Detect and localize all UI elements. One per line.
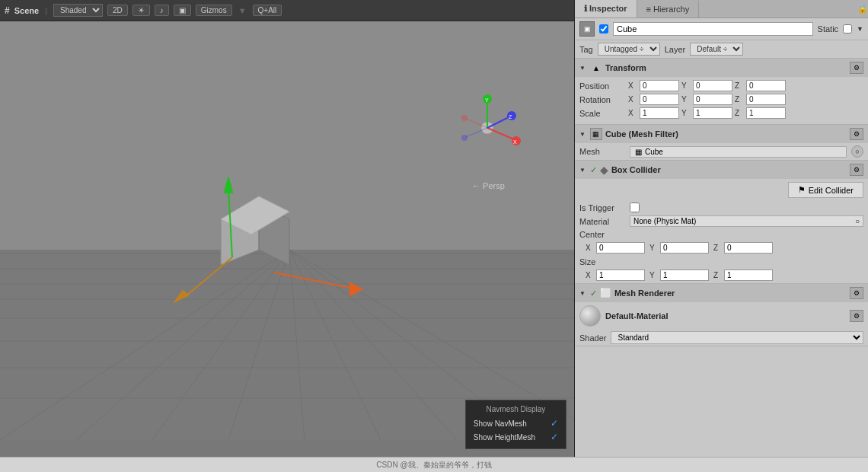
static-checkbox[interactable] bbox=[843, 24, 852, 33]
default-material-row: Default-Material ⚙ bbox=[575, 302, 868, 330]
mesh-filter-header[interactable]: ▼ ▦ Cube (Mesh Filter) ⚙ bbox=[575, 125, 868, 143]
collider-material-row: Material None (Physic Mat) ○ bbox=[575, 214, 868, 228]
sun-icon-btn[interactable]: ☀ bbox=[132, 5, 150, 16]
image-icon-btn[interactable]: ▣ bbox=[174, 5, 191, 16]
rotation-z-input[interactable] bbox=[746, 94, 786, 105]
lock-icon[interactable]: 🔒 bbox=[857, 4, 868, 14]
mesh-filter-icon: ▦ bbox=[590, 128, 602, 140]
sep2: ▼ bbox=[238, 6, 247, 15]
scale-y-input[interactable] bbox=[693, 107, 732, 119]
mesh-renderer-check-icon: ✓ bbox=[590, 289, 597, 298]
transform-icon: ▲ bbox=[590, 62, 602, 74]
is-trigger-label: Is Trigger bbox=[579, 203, 625, 212]
center-x-input[interactable] bbox=[596, 242, 645, 254]
mesh-renderer-section: ▼ ✓ ⬜ Mesh Renderer ⚙ Default-Material ⚙… bbox=[575, 284, 868, 346]
object-active-checkbox[interactable] bbox=[599, 24, 608, 33]
edit-collider-label: Edit Collider bbox=[809, 186, 854, 195]
info-icon: ℹ bbox=[584, 4, 589, 13]
rot-x-label: X bbox=[628, 95, 637, 104]
hierarchy-icon: ≡ bbox=[646, 5, 653, 14]
mesh-select-btn[interactable]: ○ bbox=[851, 145, 863, 158]
box-collider-header[interactable]: ▼ ✓ ◆ Box Collider ⚙ bbox=[575, 161, 868, 179]
inspector-panel: ℹ Inspector ≡ Hierarchy 🔒 ▣ Static ▼ Tag… bbox=[575, 0, 868, 457]
audio-icon-btn[interactable]: ♪ bbox=[155, 5, 169, 16]
center-z-input[interactable] bbox=[724, 242, 773, 254]
position-x-input[interactable]: 0 bbox=[640, 80, 679, 91]
position-z-input[interactable]: 0 bbox=[746, 80, 786, 91]
scale-z-input[interactable] bbox=[746, 107, 786, 119]
center-xyz-row: X Y Z bbox=[575, 241, 868, 256]
edit-collider-icon: ⚑ bbox=[798, 185, 806, 195]
scene-toolbar: # Scene | Shaded 2D ☀ ♪ ▣ Gizmos ▼ Q+All bbox=[0, 0, 574, 21]
svg-point-56 bbox=[461, 115, 468, 121]
object-name-input[interactable] bbox=[613, 22, 813, 36]
search-button[interactable]: Q+All bbox=[253, 5, 282, 16]
scene-viewport[interactable]: Y X Z ← Persp bbox=[0, 21, 574, 457]
scale-axes: X Y Z bbox=[628, 107, 863, 119]
edit-collider-row: ⚑ Edit Collider bbox=[575, 179, 868, 201]
material-sphere-preview bbox=[579, 305, 601, 327]
svg-text:X: X bbox=[513, 139, 517, 145]
mesh-renderer-actions: ⚙ bbox=[850, 287, 863, 299]
mesh-filter-settings-icon[interactable]: ⚙ bbox=[850, 128, 863, 140]
transform-title: Transform bbox=[605, 63, 847, 72]
position-y-input[interactable]: 0 bbox=[693, 80, 732, 91]
size-z-group: Z bbox=[713, 269, 773, 281]
mesh-renderer-settings-icon[interactable]: ⚙ bbox=[850, 287, 863, 299]
transform-header[interactable]: ▼ ▲ Transform ⚙ bbox=[575, 59, 868, 77]
rotation-x-input[interactable] bbox=[640, 94, 679, 105]
size-y-label: Y bbox=[649, 271, 659, 279]
is-trigger-row: Is Trigger bbox=[575, 201, 868, 214]
svg-text:Y: Y bbox=[485, 97, 489, 103]
center-z-group: Z bbox=[713, 242, 773, 254]
2d-button[interactable]: 2D bbox=[107, 5, 128, 16]
gizmos-button[interactable]: Gizmos bbox=[196, 5, 232, 16]
tab-inspector[interactable]: ℹ Inspector bbox=[575, 0, 637, 18]
transform-settings-icon[interactable]: ⚙ bbox=[850, 62, 863, 74]
scale-z-label: Z bbox=[735, 109, 744, 117]
material-settings-icon[interactable]: ⚙ bbox=[850, 310, 863, 322]
box-collider-settings-icon[interactable]: ⚙ bbox=[850, 164, 863, 176]
mesh-renderer-header[interactable]: ▼ ✓ ⬜ Mesh Renderer ⚙ bbox=[575, 284, 868, 302]
material-info: Default-Material bbox=[605, 311, 845, 321]
rotation-y-input[interactable] bbox=[693, 94, 732, 105]
box-collider-shape-icon: ◆ bbox=[600, 164, 608, 176]
transform-collapse-icon: ▼ bbox=[579, 65, 586, 72]
size-y-input[interactable] bbox=[660, 269, 709, 281]
mesh-label: Mesh bbox=[579, 147, 625, 156]
size-x-input[interactable] bbox=[596, 269, 645, 281]
rotation-axes: X Y Z bbox=[628, 94, 863, 105]
static-label: Static bbox=[818, 24, 839, 33]
show-navmesh-label: Show NavMesh bbox=[474, 419, 527, 428]
mesh-renderer-icon: ⬜ bbox=[600, 288, 611, 298]
edit-collider-button[interactable]: ⚑ Edit Collider bbox=[788, 182, 863, 198]
layer-dropdown[interactable]: Default ÷ bbox=[690, 43, 743, 56]
center-x-label: X bbox=[586, 244, 595, 252]
sep1: | bbox=[45, 6, 47, 15]
static-dropdown-arrow[interactable]: ▼ bbox=[857, 25, 863, 33]
collider-material-circle[interactable]: ○ bbox=[855, 217, 860, 225]
center-y-group: Y bbox=[649, 242, 709, 254]
size-z-input[interactable] bbox=[724, 269, 773, 281]
shader-label: Shader bbox=[579, 333, 606, 343]
show-heightmesh-check: ✓ bbox=[550, 432, 558, 442]
size-label: Size bbox=[575, 256, 868, 268]
tab-hierarchy[interactable]: ≡ Hierarchy bbox=[637, 1, 700, 18]
scale-x-input[interactable] bbox=[640, 107, 679, 119]
is-trigger-checkbox[interactable] bbox=[630, 203, 640, 212]
collider-material-field: None (Physic Mat) ○ bbox=[630, 215, 863, 227]
tag-dropdown[interactable]: Untagged ÷ bbox=[598, 43, 660, 56]
size-z-label: Z bbox=[713, 271, 723, 279]
center-y-input[interactable] bbox=[660, 242, 709, 254]
position-axes: X 0 Y 0 Z 0 bbox=[628, 80, 863, 91]
object-header: ▣ Static ▼ bbox=[575, 18, 868, 40]
scale-row: Scale X Y Z bbox=[579, 107, 863, 119]
mesh-row: Mesh ▦ Cube ○ bbox=[575, 143, 868, 160]
pos-x-label: X bbox=[628, 81, 637, 90]
inspector-tabs: ℹ Inspector ≡ Hierarchy 🔒 bbox=[575, 0, 868, 18]
shader-dropdown[interactable]: Standard bbox=[611, 331, 863, 344]
mesh-value-text: Cube bbox=[645, 148, 663, 156]
box-collider-collapse-icon: ▼ bbox=[579, 167, 586, 174]
shaded-dropdown[interactable]: Shaded bbox=[53, 4, 103, 17]
size-y-group: Y bbox=[649, 269, 709, 281]
